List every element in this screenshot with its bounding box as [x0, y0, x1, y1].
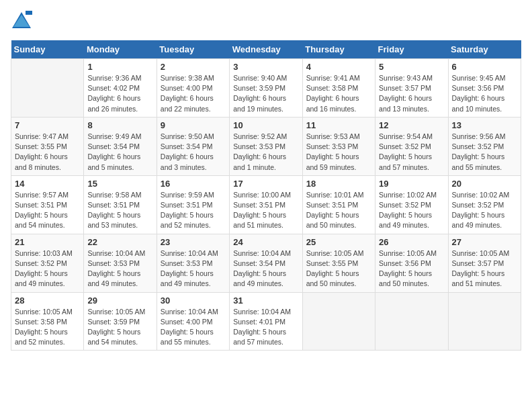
day-info: Sunrise: 10:04 AM Sunset: 3:53 PM Daylig… [87, 248, 152, 289]
day-info: Sunrise: 9:47 AM Sunset: 3:55 PM Dayligh… [15, 132, 80, 173]
day-info: Sunrise: 10:05 AM Sunset: 3:58 PM Daylig… [15, 307, 80, 348]
calendar-cell: 26Sunrise: 10:05 AM Sunset: 3:56 PM Dayl… [375, 234, 448, 292]
day-info: Sunrise: 9:59 AM Sunset: 3:51 PM Dayligh… [161, 190, 226, 231]
day-number: 16 [161, 179, 226, 189]
calendar-cell: 7Sunrise: 9:47 AM Sunset: 3:55 PM Daylig… [11, 117, 84, 175]
day-info: Sunrise: 9:41 AM Sunset: 3:58 PM Dayligh… [306, 73, 371, 114]
day-info: Sunrise: 9:36 AM Sunset: 4:02 PM Dayligh… [87, 73, 152, 114]
day-number: 30 [161, 295, 226, 306]
day-info: Sunrise: 10:04 AM Sunset: 3:53 PM Daylig… [161, 248, 226, 289]
day-number: 31 [233, 295, 298, 306]
calendar-cell: 13Sunrise: 9:56 AM Sunset: 3:52 PM Dayli… [448, 117, 521, 175]
day-info: Sunrise: 10:01 AM Sunset: 3:51 PM Daylig… [306, 190, 371, 231]
calendar-cell [375, 292, 448, 351]
weekday-header-friday: Friday [375, 40, 448, 59]
calendar-cell: 19Sunrise: 10:02 AM Sunset: 3:52 PM Dayl… [375, 175, 448, 234]
day-info: Sunrise: 10:05 AM Sunset: 3:57 PM Daylig… [452, 248, 517, 289]
day-number: 10 [233, 120, 298, 130]
weekday-header-wednesday: Wednesday [230, 40, 302, 59]
day-number: 29 [87, 295, 152, 306]
day-number: 6 [452, 62, 517, 72]
calendar-cell: 10Sunrise: 9:52 AM Sunset: 3:53 PM Dayli… [230, 117, 302, 175]
day-number: 21 [15, 237, 80, 247]
weekday-header-sunday: Sunday [11, 40, 84, 59]
logo-icon [11, 11, 32, 30]
day-number: 8 [87, 120, 152, 130]
calendar-cell: 2Sunrise: 9:38 AM Sunset: 4:00 PM Daylig… [157, 59, 229, 118]
day-number: 7 [15, 120, 80, 130]
day-info: Sunrise: 9:50 AM Sunset: 3:54 PM Dayligh… [161, 132, 226, 173]
calendar-cell: 25Sunrise: 10:05 AM Sunset: 3:55 PM Dayl… [302, 234, 375, 292]
calendar-cell [448, 292, 521, 351]
day-number: 13 [452, 120, 517, 130]
calendar-cell: 17Sunrise: 10:00 AM Sunset: 3:51 PM Dayl… [230, 175, 302, 234]
day-info: Sunrise: 10:00 AM Sunset: 3:51 PM Daylig… [233, 190, 298, 231]
day-info: Sunrise: 9:54 AM Sunset: 3:52 PM Dayligh… [379, 132, 444, 173]
calendar-cell: 16Sunrise: 9:59 AM Sunset: 3:51 PM Dayli… [157, 175, 229, 234]
day-number: 18 [306, 179, 371, 189]
day-number: 19 [379, 179, 444, 189]
day-number: 23 [161, 237, 226, 247]
day-info: Sunrise: 9:58 AM Sunset: 3:51 PM Dayligh… [87, 190, 152, 231]
day-number: 15 [87, 179, 152, 189]
calendar-cell: 6Sunrise: 9:45 AM Sunset: 3:56 PM Daylig… [448, 59, 521, 118]
weekday-header-monday: Monday [84, 40, 157, 59]
day-info: Sunrise: 9:40 AM Sunset: 3:59 PM Dayligh… [233, 73, 298, 114]
calendar-cell: 8Sunrise: 9:49 AM Sunset: 3:54 PM Daylig… [84, 117, 157, 175]
day-number: 3 [233, 62, 298, 72]
svg-marker-2 [26, 11, 32, 15]
day-number: 22 [87, 237, 152, 247]
day-info: Sunrise: 9:45 AM Sunset: 3:56 PM Dayligh… [452, 73, 517, 114]
calendar-cell [302, 292, 375, 351]
day-number: 11 [306, 120, 371, 130]
day-info: Sunrise: 10:05 AM Sunset: 3:55 PM Daylig… [306, 248, 371, 289]
day-number: 25 [306, 237, 371, 247]
day-number: 20 [452, 179, 517, 189]
day-info: Sunrise: 10:02 AM Sunset: 3:52 PM Daylig… [452, 190, 517, 231]
calendar-cell: 11Sunrise: 9:53 AM Sunset: 3:53 PM Dayli… [302, 117, 375, 175]
logo [11, 11, 35, 32]
day-number: 17 [233, 179, 298, 189]
day-number: 24 [233, 237, 298, 247]
day-number: 28 [15, 295, 80, 306]
calendar-cell: 18Sunrise: 10:01 AM Sunset: 3:51 PM Dayl… [302, 175, 375, 234]
calendar-cell: 31Sunrise: 10:04 AM Sunset: 4:01 PM Dayl… [230, 292, 302, 351]
calendar-cell: 14Sunrise: 9:57 AM Sunset: 3:51 PM Dayli… [11, 175, 84, 234]
calendar-cell: 12Sunrise: 9:54 AM Sunset: 3:52 PM Dayli… [375, 117, 448, 175]
calendar-cell: 15Sunrise: 9:58 AM Sunset: 3:51 PM Dayli… [84, 175, 157, 234]
day-number: 1 [87, 62, 152, 72]
day-info: Sunrise: 10:04 AM Sunset: 4:00 PM Daylig… [161, 307, 226, 348]
calendar-table: SundayMondayTuesdayWednesdayThursdayFrid… [11, 40, 521, 351]
day-info: Sunrise: 10:02 AM Sunset: 3:52 PM Daylig… [379, 190, 444, 231]
calendar-cell: 23Sunrise: 10:04 AM Sunset: 3:53 PM Dayl… [157, 234, 229, 292]
calendar-cell: 29Sunrise: 10:05 AM Sunset: 3:59 PM Dayl… [84, 292, 157, 351]
calendar-cell: 5Sunrise: 9:43 AM Sunset: 3:57 PM Daylig… [375, 59, 448, 118]
calendar-cell: 24Sunrise: 10:04 AM Sunset: 3:54 PM Dayl… [230, 234, 302, 292]
calendar-cell: 21Sunrise: 10:03 AM Sunset: 3:52 PM Dayl… [11, 234, 84, 292]
day-info: Sunrise: 10:05 AM Sunset: 3:56 PM Daylig… [379, 248, 444, 289]
day-info: Sunrise: 10:05 AM Sunset: 3:59 PM Daylig… [87, 307, 152, 348]
day-number: 9 [161, 120, 226, 130]
calendar-cell [11, 59, 84, 118]
day-info: Sunrise: 10:04 AM Sunset: 4:01 PM Daylig… [233, 307, 298, 348]
calendar-cell: 20Sunrise: 10:02 AM Sunset: 3:52 PM Dayl… [448, 175, 521, 234]
calendar-cell: 30Sunrise: 10:04 AM Sunset: 4:00 PM Dayl… [157, 292, 229, 351]
day-number: 12 [379, 120, 444, 130]
day-number: 5 [379, 62, 444, 72]
day-number: 4 [306, 62, 371, 72]
day-info: Sunrise: 9:43 AM Sunset: 3:57 PM Dayligh… [379, 73, 444, 114]
calendar-cell: 28Sunrise: 10:05 AM Sunset: 3:58 PM Dayl… [11, 292, 84, 351]
weekday-header-thursday: Thursday [302, 40, 375, 59]
day-number: 27 [452, 237, 517, 247]
day-info: Sunrise: 9:52 AM Sunset: 3:53 PM Dayligh… [233, 132, 298, 173]
calendar-cell: 4Sunrise: 9:41 AM Sunset: 3:58 PM Daylig… [302, 59, 375, 118]
day-info: Sunrise: 10:04 AM Sunset: 3:54 PM Daylig… [233, 248, 298, 289]
day-number: 26 [379, 237, 444, 247]
day-info: Sunrise: 9:38 AM Sunset: 4:00 PM Dayligh… [161, 73, 226, 114]
day-number: 2 [161, 62, 226, 72]
weekday-header-tuesday: Tuesday [157, 40, 229, 59]
day-info: Sunrise: 9:49 AM Sunset: 3:54 PM Dayligh… [87, 132, 152, 173]
day-info: Sunrise: 9:53 AM Sunset: 3:53 PM Dayligh… [306, 132, 371, 173]
calendar-cell: 9Sunrise: 9:50 AM Sunset: 3:54 PM Daylig… [157, 117, 229, 175]
calendar-cell: 27Sunrise: 10:05 AM Sunset: 3:57 PM Dayl… [448, 234, 521, 292]
